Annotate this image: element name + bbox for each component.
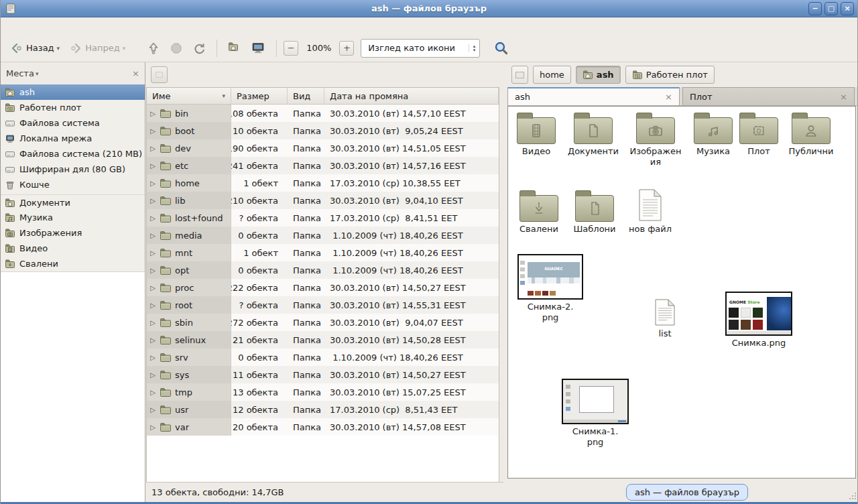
expander-icon[interactable]: ▷ <box>148 302 158 309</box>
column-header-size[interactable]: Размер <box>231 88 288 104</box>
breadcrumb-desktop-button[interactable]: Работен плот <box>625 66 715 84</box>
folder-templates[interactable]: Шаблони <box>568 190 621 235</box>
expander-icon[interactable]: ▷ <box>148 267 158 274</box>
search-button[interactable] <box>489 38 513 59</box>
sidebar-item[interactable]: Свалени <box>1 256 145 271</box>
expander-icon[interactable]: ▷ <box>148 214 158 222</box>
table-row[interactable]: ▷ sbin 272 обекта Папка 30.03.2010 (вт) … <box>147 314 499 331</box>
reload-button[interactable] <box>188 38 210 58</box>
folder-pictures[interactable]: Изображен ия <box>625 112 686 168</box>
expander-icon[interactable]: ▷ <box>148 180 158 187</box>
up-button[interactable] <box>143 38 164 58</box>
sidebar-item[interactable]: ash <box>1 84 145 100</box>
menu-item[interactable] <box>73 24 86 28</box>
table-row[interactable]: ▷ usr 12 обекта Папка 17.03.2010 (ср) 8,… <box>147 401 499 418</box>
expander-icon[interactable]: ▷ <box>148 336 158 344</box>
sidebar-title[interactable]: Места <box>6 68 36 78</box>
menu-item[interactable] <box>60 24 73 28</box>
expander-icon[interactable]: ▷ <box>148 284 158 292</box>
stop-button[interactable] <box>166 38 187 58</box>
menu-item[interactable] <box>19 24 33 28</box>
menu-item[interactable] <box>46 24 60 28</box>
breadcrumb-home-button[interactable]: home <box>533 66 571 84</box>
sidebar-item[interactable]: Изображения <box>1 225 145 241</box>
close-button[interactable]: × <box>841 2 854 15</box>
file-snimka[interactable]: GNOME Store Снимка.png <box>725 292 792 349</box>
table-row[interactable]: ▷ dev 190 обекта Папка 30.03.2010 (вт) 1… <box>147 139 499 157</box>
tab-close-icon[interactable]: × <box>665 92 672 102</box>
titlebar[interactable]: ash — файлов браузър − ▢ × <box>1 0 857 17</box>
expander-icon[interactable]: ▷ <box>148 371 158 379</box>
expander-icon[interactable]: ▷ <box>148 406 158 414</box>
expander-icon[interactable]: ▷ <box>148 249 158 257</box>
tab-ash[interactable]: ash × <box>507 87 680 105</box>
expander-icon[interactable]: ▷ <box>148 232 158 239</box>
table-row[interactable]: ▷ etc 241 обекта Папка 30.03.2010 (вт) 1… <box>147 157 499 174</box>
table-row[interactable]: ▷ srv 0 обекта Папка 1.10.2009 (чт) 18,4… <box>147 349 499 366</box>
column-header-modified[interactable]: Дата на промяна <box>324 88 499 104</box>
expander-icon[interactable]: ▷ <box>148 110 158 117</box>
folder-documents[interactable]: Документи <box>563 112 623 157</box>
column-header-name[interactable]: Име ▾ <box>147 88 231 104</box>
sidebar-item[interactable]: Документи <box>1 194 145 210</box>
menu-item[interactable] <box>33 24 46 28</box>
file-new-file[interactable]: нов файл <box>623 188 677 235</box>
table-row[interactable]: ▷ tmp 13 обекта Папка 30.03.2010 (вт) 15… <box>147 383 499 401</box>
file-list[interactable]: list <box>638 298 692 339</box>
back-dropdown-icon[interactable]: ▾ <box>57 45 60 52</box>
back-button[interactable]: Назад ▾ <box>6 38 64 58</box>
table-row[interactable]: ▷ bin 108 обекта Папка 30.03.2010 (вт) 1… <box>147 105 499 122</box>
expander-icon[interactable]: ▷ <box>148 197 158 204</box>
file-snimka-1[interactable]: Снимка-1. png <box>562 379 629 448</box>
expander-icon[interactable]: ▷ <box>148 389 158 396</box>
expander-icon[interactable]: ▷ <box>148 319 158 326</box>
file-snimka-2[interactable]: GUADEC Снимка-2. png <box>517 254 583 324</box>
table-row[interactable]: ▷ opt 0 обекта Папка 1.10.2009 (чт) 18,4… <box>147 261 499 279</box>
view-mode-select[interactable]: Изглед като икони ▴▾ <box>361 39 480 58</box>
forward-button[interactable]: Напред ▾ <box>65 38 129 58</box>
table-row[interactable]: ▷ lost+found ? обекта Папка 17.03.2010 (… <box>147 209 499 227</box>
expander-icon[interactable]: ▷ <box>148 145 158 152</box>
table-row[interactable]: ▷ home 1 обект Папка 17.03.2010 (ср) 10,… <box>147 174 499 192</box>
table-row[interactable]: ▷ media 0 обекта Папка 1.10.2009 (чт) 18… <box>147 227 499 244</box>
home-button[interactable] <box>224 38 245 58</box>
table-row[interactable]: ▷ sys 11 обекта Папка 30.03.2010 (вт) 14… <box>147 366 499 383</box>
menu-item[interactable] <box>6 24 19 28</box>
table-row[interactable]: ▷ mnt 1 обект Папка 1.10.2009 (чт) 18,40… <box>147 244 499 261</box>
chevron-down-icon[interactable]: ▾ <box>36 70 39 77</box>
folder-video[interactable]: Видео <box>509 112 563 157</box>
sidebar-item[interactable]: Работен плот <box>1 100 145 115</box>
expander-icon[interactable]: ▷ <box>148 354 158 361</box>
tab-plot[interactable]: Плот × <box>682 87 855 105</box>
table-row[interactable]: ▷ lib 210 обекта Папка 30.03.2010 (вт) 9… <box>147 192 499 209</box>
zoom-out-button[interactable]: − <box>284 41 298 56</box>
icon-view[interactable]: Видео Документи Изображен ия Музика D Пл… <box>507 106 856 479</box>
folder-desktop[interactable]: D Плот <box>732 112 786 157</box>
table-row[interactable]: ▷ var 20 обекта Папка 30.03.2010 (вт) 14… <box>147 418 499 436</box>
sidebar-item[interactable]: Локална мрежа <box>1 131 145 146</box>
breadcrumb-ash-button[interactable]: ash <box>576 66 621 84</box>
sidebar-item[interactable]: Файлова система <box>1 115 145 131</box>
column-header-type[interactable]: Вид <box>288 88 324 104</box>
breadcrumb-root-button[interactable] <box>511 66 528 84</box>
sidebar-item[interactable]: Кошче <box>1 177 145 192</box>
expander-icon[interactable]: ▷ <box>148 127 158 135</box>
resize-grip[interactable] <box>848 493 856 501</box>
sidebar-item[interactable]: Музика <box>1 210 145 225</box>
minimize-button[interactable]: − <box>808 2 822 15</box>
table-row[interactable]: ▷ root ? обекта Папка 30.03.2010 (вт) 14… <box>147 296 499 314</box>
table-row[interactable]: ▷ proc 222 обекта Папка 30.03.2010 (вт) … <box>147 279 499 296</box>
sidebar-item[interactable]: Шифриран дял (80 GB) <box>1 162 145 177</box>
computer-button[interactable] <box>247 38 269 58</box>
sidebar-close-icon[interactable]: × <box>132 68 139 78</box>
table-row[interactable]: ▷ selinux 21 обекта Папка 30.03.2010 (вт… <box>147 331 499 349</box>
sidebar-item[interactable]: Файлова система (210 MB) <box>1 146 145 162</box>
tab-close-icon[interactable]: × <box>840 92 847 102</box>
forward-dropdown-icon[interactable]: ▾ <box>123 45 126 52</box>
table-row[interactable]: ▷ boot 10 обекта Папка 30.03.2010 (вт) 9… <box>147 122 499 139</box>
pane-location-button[interactable] <box>151 66 168 83</box>
folder-public[interactable]: Публични <box>781 112 841 157</box>
zoom-in-button[interactable]: + <box>339 41 354 56</box>
sidebar-item[interactable]: Видео <box>1 241 145 256</box>
maximize-button[interactable]: ▢ <box>824 2 838 15</box>
